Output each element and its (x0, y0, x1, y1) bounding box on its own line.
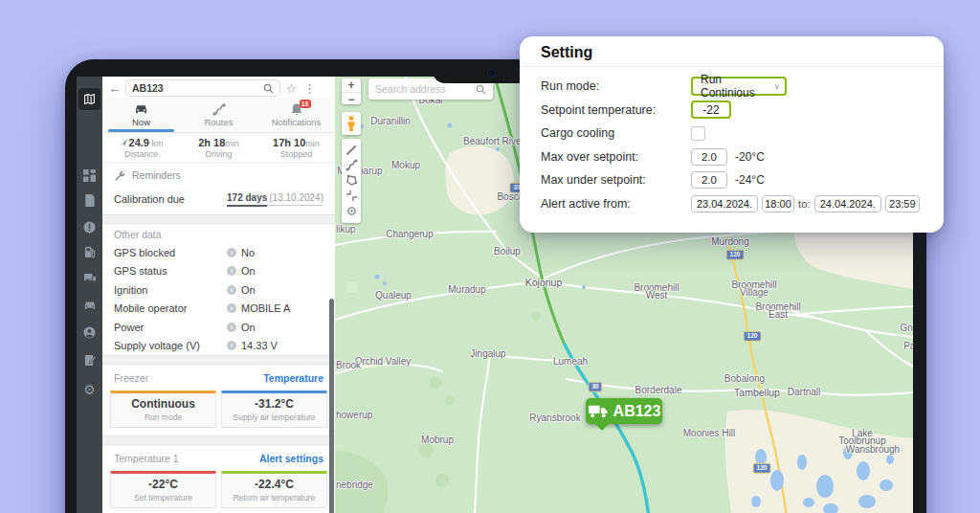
map-tools-toolbar (342, 139, 361, 223)
document-icon (84, 194, 96, 207)
sidebar-item-chat[interactable] (77, 270, 102, 287)
sidebar-item-documents[interactable] (77, 191, 102, 209)
panel-scrollbar[interactable] (329, 299, 334, 513)
sensor-card-value: Continuous (113, 397, 213, 411)
route-track-icon[interactable] (345, 159, 358, 171)
sensor-card-value: -22.4°C (224, 478, 324, 491)
vehicle-search-input[interactable]: AB123 (125, 79, 280, 97)
sidebar-item-fuel[interactable] (77, 243, 102, 260)
collapse-icon[interactable] (345, 190, 358, 202)
vehicle-icon (83, 300, 97, 311)
vehicle-marker-ab123[interactable]: AB123 (586, 398, 662, 424)
section-header: Temperature 1Alert settings (102, 450, 335, 467)
reminders-row[interactable]: Reminders (102, 163, 335, 188)
stat-value: 17h 10min (273, 137, 320, 148)
tab-now[interactable]: Now (102, 98, 180, 132)
map-label: Jingalup (470, 348, 505, 359)
bell-icon: 13 (291, 103, 302, 116)
pegman-control[interactable] (342, 112, 361, 135)
stat-driving: 2h 18minDriving (180, 133, 257, 162)
sensor-card[interactable]: -31.2°CSupply air temperature (221, 390, 327, 428)
sensor-card[interactable]: -22°CSet temperature (110, 471, 216, 508)
stat-label: Distance (124, 149, 158, 159)
sidebar-item-vehicles[interactable] (77, 297, 102, 314)
panel-tab-bar: NowRoutes13Notifications (102, 98, 335, 133)
alert-active-label: Alert active from: (541, 197, 691, 211)
notification-badge: 13 (300, 100, 311, 108)
sensor-card-label: Return air temperature (224, 493, 324, 502)
cargo-cooling-label: Cargo cooling (541, 126, 691, 140)
map-label: Brook (336, 360, 361, 370)
map-label: Bobalong (724, 373, 765, 384)
map-label: Orchid Valley (355, 356, 412, 367)
map-label: Mokup (391, 160, 420, 170)
panel-header: ← AB123 ☆ ⋮ (102, 77, 335, 98)
setpoint-label: Setpoint temperature: (541, 103, 691, 117)
sidebar-item-map-logo[interactable] (78, 88, 100, 110)
sidebar-item-tasks[interactable] (77, 351, 102, 368)
stat-label: Driving (205, 149, 232, 159)
map-label: Boilup (494, 246, 521, 256)
map-label: Tambellup (734, 387, 780, 398)
route-shield: 120 (744, 331, 762, 342)
cargo-cooling-row: Cargo cooling (541, 122, 923, 145)
back-arrow-icon[interactable]: ← (108, 81, 122, 96)
calibration-row[interactable]: Calibration due 172 days(13.10.2024) (102, 188, 335, 214)
sidebar-item-settings[interactable]: ⚙ (77, 381, 102, 398)
max-over-input[interactable]: 2.0 (691, 148, 727, 166)
other-data-key: Supply voltage (V) (114, 340, 227, 351)
sensor-card-value: -22°C (113, 478, 213, 491)
route-shield: 30 (588, 382, 602, 392)
alert-to-date-input[interactable]: 24.04.2024. (814, 195, 881, 212)
sidebar-item-dashboard[interactable] (77, 167, 102, 184)
run-mode-select[interactable]: Run Continious ∨ (691, 77, 787, 96)
setpoint-input[interactable]: -22 (691, 100, 731, 119)
target-icon[interactable] (345, 205, 358, 217)
favorite-star-icon[interactable]: ☆ (284, 81, 299, 96)
polygon-icon[interactable] (345, 174, 358, 187)
other-data-value: iOn (227, 322, 256, 333)
calibration-label: Calibration due (114, 193, 185, 205)
camera-lens (487, 69, 496, 78)
wrench-icon (114, 169, 125, 181)
alert-to-time-input[interactable]: 23:59 (885, 195, 920, 212)
sensor-card-value: -31.2°C (224, 397, 324, 411)
section-title: Freezer (114, 372, 148, 384)
kebab-menu-icon[interactable]: ⋮ (302, 81, 317, 96)
freezer-setting-panel: Setting Run mode: Run Continious ∨ Setpo… (520, 36, 944, 233)
zoom-in-button[interactable]: + (342, 78, 361, 93)
tab-notifications[interactable]: 13Notifications (257, 98, 335, 132)
section-link[interactable]: Alert settings (259, 453, 323, 464)
map-label: Borderdale (635, 385, 682, 395)
other-data-value: i14.33 V (227, 340, 278, 351)
alert-from-time-input[interactable]: 18:00 (762, 195, 794, 212)
section-link[interactable]: Temperature (263, 372, 323, 384)
sidebar-item-drivers[interactable] (77, 323, 102, 341)
max-under-input[interactable]: 2.0 (691, 171, 727, 189)
user-icon (83, 326, 96, 339)
tasks-icon (84, 354, 96, 367)
run-mode-row: Run mode: Run Continious ∨ (541, 75, 923, 99)
stat-label: Stopped (280, 149, 313, 159)
measure-icon[interactable] (345, 145, 357, 156)
truck-icon (588, 404, 609, 418)
map-label: Pallinup (903, 341, 913, 351)
reminders-label: Reminders (132, 169, 181, 181)
sensor-card[interactable]: -22.4°CReturn air temperature (221, 471, 327, 508)
sensor-card-label: Run mode (113, 413, 213, 422)
sidebar-item-alerts[interactable] (77, 218, 102, 235)
tab-routes[interactable]: Routes (180, 98, 257, 132)
map-zoom-control: + − (342, 78, 361, 104)
section-title: Temperature 1 (114, 453, 179, 464)
section-divider (102, 355, 335, 365)
alert-from-date-input[interactable]: 23.04.2024. (691, 195, 758, 212)
map-label: Broomehill East (750, 303, 806, 319)
sensor-card[interactable]: ContinuousRun mode (110, 390, 216, 428)
cargo-cooling-checkbox[interactable] (691, 126, 705, 141)
info-icon: i (227, 341, 236, 350)
zoom-out-button[interactable]: − (342, 93, 361, 106)
map-label: Broomehill Village (726, 281, 782, 297)
other-data-row: IgnitioniOn (102, 280, 335, 300)
max-over-row: Max over setpoint: 2.0 -20°C (541, 145, 923, 169)
map-label: Broomehill West (629, 284, 684, 300)
